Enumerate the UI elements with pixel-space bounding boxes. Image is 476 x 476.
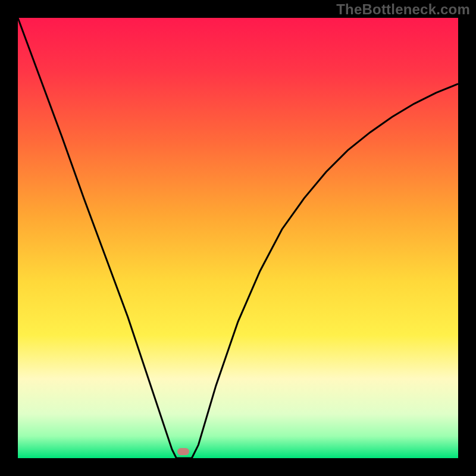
- chart-frame: TheBottleneck.com: [0, 0, 476, 476]
- plot-svg: [18, 18, 458, 458]
- minimum-marker: [177, 448, 189, 455]
- plot-area: [18, 18, 458, 458]
- gradient-background: [18, 18, 458, 458]
- watermark-text: TheBottleneck.com: [336, 1, 470, 18]
